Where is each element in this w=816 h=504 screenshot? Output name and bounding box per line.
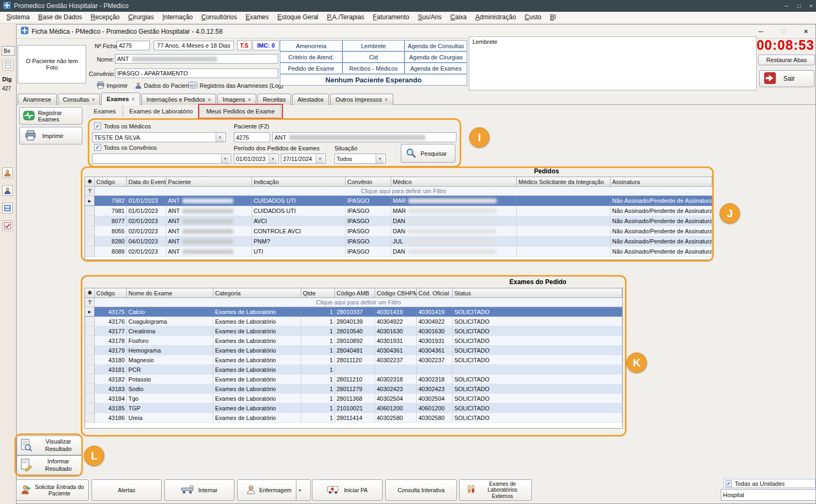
exames-table-row[interactable]: 43182 Potassio Exames de Laboratório 1 2… <box>85 375 622 384</box>
menu-item[interactable]: Sus/Ans <box>414 12 446 23</box>
menu-item[interactable]: Recepção <box>86 12 124 23</box>
imprimir-sidebar-button[interactable]: Imprimir <box>19 127 82 144</box>
tab-close-icon[interactable]: × <box>92 97 95 103</box>
menu-item[interactable]: Exames <box>241 12 273 23</box>
menu-item[interactable]: Base de Dados <box>34 12 86 23</box>
alertas-button[interactable]: Alertas <box>91 479 162 501</box>
tab[interactable]: Outros Impressos × <box>330 94 393 105</box>
enfermagem-dropdown-arrow[interactable]: ▼ <box>296 480 304 500</box>
column-header[interactable]: Categoria <box>213 288 301 298</box>
data-inicio-field[interactable]: 01/01/2023▼ <box>234 154 279 164</box>
exames-table-row[interactable]: 43178 Fosforo Exames de Laboratório 1 28… <box>85 336 622 346</box>
app-close-button[interactable]: × <box>810 3 813 9</box>
paciente-nome-field[interactable]: ANT <box>272 132 456 142</box>
exames-table-row[interactable]: 43177 Creatinina Exames de Laboratório 1… <box>85 326 622 336</box>
column-header[interactable]: Código CBHPM <box>375 288 417 298</box>
exames-table-row[interactable]: 43183 Sodio Exames de Laboratório 1 2801… <box>85 384 622 394</box>
column-header[interactable]: Médico Solicitante da Integração <box>517 177 611 187</box>
pedidos-table-row[interactable]: 8077 02/01/2023 ANT AVCI IPASGO DAN Não … <box>85 216 712 226</box>
menu-item[interactable]: Administração <box>471 12 520 23</box>
situacao-dropdown[interactable]: Todos▼ <box>334 154 386 164</box>
informar-resultado-button[interactable]: Informar Resultado <box>17 455 82 475</box>
column-header[interactable]: Qtde <box>301 288 335 298</box>
exames-filter-row[interactable]: Clique aqui para definir um Filtro <box>85 298 622 307</box>
column-header[interactable]: Cód. Oficial <box>417 288 453 298</box>
ts-button[interactable]: T.S <box>237 40 251 50</box>
column-header[interactable]: Assinatura <box>611 177 712 187</box>
tab[interactable]: Exames × <box>101 93 140 105</box>
paciente-codigo-field[interactable]: 4275 <box>234 132 270 142</box>
exames-table-row[interactable]: 43179 Hemograma Exames de Laboratório 1 … <box>85 346 622 355</box>
solicitar-entrada-button[interactable]: Solicitar Entrada do Paciente <box>16 479 89 501</box>
menu-item[interactable]: Sistema <box>2 12 34 23</box>
exames-table-row[interactable]: 43175 Calcio Exames de Laboratório 1 280… <box>85 307 622 317</box>
medico-dropdown[interactable]: TESTE DA SILVA▼ <box>92 132 226 142</box>
menu-item[interactable]: Custo <box>520 12 545 23</box>
visualizar-resultado-button[interactable]: Visualizar Resultado <box>17 436 82 455</box>
nome-field[interactable]: ANT <box>115 54 278 64</box>
window-maximize-button[interactable]: □ <box>782 27 786 35</box>
menu-item[interactable]: Internação <box>158 12 197 23</box>
column-header[interactable]: Médico <box>391 177 517 187</box>
exames-table-row[interactable]: 43186 Ureia Exames de Laboratório 1 2801… <box>85 413 622 423</box>
ficha-field[interactable]: 4275 <box>117 41 150 50</box>
app-minimize-button[interactable]: ─ <box>784 3 789 9</box>
exames-table-row[interactable]: 43185 TGP Exames de Laboratório 1 210100… <box>85 403 622 413</box>
menu-item[interactable]: P.A./Terapias <box>323 12 369 23</box>
column-header[interactable]: Código AMB <box>335 288 375 298</box>
tab[interactable]: Internações e Pedidos × <box>141 94 216 105</box>
subtab[interactable]: Exames de Laboratório <box>123 105 200 117</box>
quick-action-button[interactable]: Cid <box>342 51 405 63</box>
column-header[interactable]: Código <box>95 177 127 187</box>
pedidos-table-row[interactable]: 8089 02/01/2023 ANT UTI IPASGO DAN Não A… <box>85 247 712 257</box>
todos-medicos-checkbox[interactable]: ✓ <box>94 123 101 129</box>
tab[interactable]: Consultas × <box>58 94 101 105</box>
tab-close-icon[interactable]: × <box>132 96 135 102</box>
column-header[interactable]: Indicação <box>252 177 346 187</box>
registros-anamneses-button[interactable]: ACT Registros das Anamneses (Log) <box>188 81 284 90</box>
tab-close-icon[interactable]: × <box>208 97 211 103</box>
column-header[interactable]: Paciente <box>166 177 252 187</box>
quick-action-button[interactable]: Recibos - Médicos <box>342 63 405 74</box>
app-maximize-button[interactable]: □ <box>797 3 801 9</box>
chevron-down-icon[interactable]: ▼ <box>316 154 324 163</box>
quick-action-button[interactable]: Pedido de Exame <box>280 63 342 74</box>
iniciar-pa-button[interactable]: Iniciar PA <box>312 479 383 501</box>
tab-close-icon[interactable]: × <box>385 97 388 103</box>
window-minimize-button[interactable]: ─ <box>758 27 763 35</box>
subtab[interactable]: Exames <box>87 105 123 117</box>
sair-button[interactable]: Sair <box>759 70 814 87</box>
menu-item[interactable]: Cirurgias <box>124 12 158 23</box>
unidade-input[interactable]: Hospital <box>721 489 816 501</box>
consulta-interativa-button[interactable]: Consulta Interativa <box>385 479 457 501</box>
tab[interactable]: Receitas <box>257 94 291 105</box>
column-header[interactable]: Status <box>453 288 622 298</box>
tab[interactable]: Imagens × <box>217 94 256 105</box>
tab[interactable]: Atestados <box>292 94 329 105</box>
chevron-down-icon[interactable]: ▼ <box>269 154 277 163</box>
pedidos-table-row[interactable]: 8055 02/01/2023 ANT CONTROLE AVCI IPASGO… <box>85 226 712 236</box>
chevron-down-icon[interactable]: ▼ <box>376 154 384 163</box>
quick-action-button[interactable]: Lembrete <box>342 40 405 51</box>
menu-item[interactable]: Consultórios <box>197 12 241 23</box>
imc-indicator[interactable]: IMC: 0 <box>253 40 279 50</box>
menu-item[interactable]: BI <box>546 12 560 23</box>
convenio-dropdown[interactable]: ▼ <box>92 154 231 164</box>
quick-action-button[interactable]: Agenda de Exames <box>405 63 467 74</box>
window-close-button[interactable]: × <box>804 27 808 35</box>
subtab[interactable]: Meus Pedidos de Exame <box>200 105 281 117</box>
exames-externos-button[interactable]: Exames de Laboratórios Externos <box>459 479 532 501</box>
menu-item[interactable]: Estoque Geral <box>273 12 323 23</box>
menu-item[interactable]: Faturamento <box>369 12 414 23</box>
quick-action-button[interactable]: Critério de Atend. <box>280 51 342 63</box>
quick-action-button[interactable]: Amenorreia <box>280 40 342 51</box>
data-fim-field[interactable]: 27/11/2024▼ <box>281 154 326 164</box>
tab-close-icon[interactable]: × <box>248 97 251 103</box>
column-header[interactable]: Data do Event <box>127 177 166 187</box>
dados-paciente-button[interactable]: Dados do Paciente <box>135 81 194 90</box>
registrar-exames-button[interactable]: Registrar Exames <box>19 107 82 125</box>
quick-action-button[interactable]: Agenda de Cirurgias <box>405 51 467 63</box>
imprimir-toolbar-button[interactable]: Imprimir <box>97 81 128 90</box>
exames-table-row[interactable]: 43181 PCR Exames de Laboratório 1 <box>85 365 622 375</box>
restaurar-abas-button[interactable]: Restaurar Abas <box>758 55 815 65</box>
